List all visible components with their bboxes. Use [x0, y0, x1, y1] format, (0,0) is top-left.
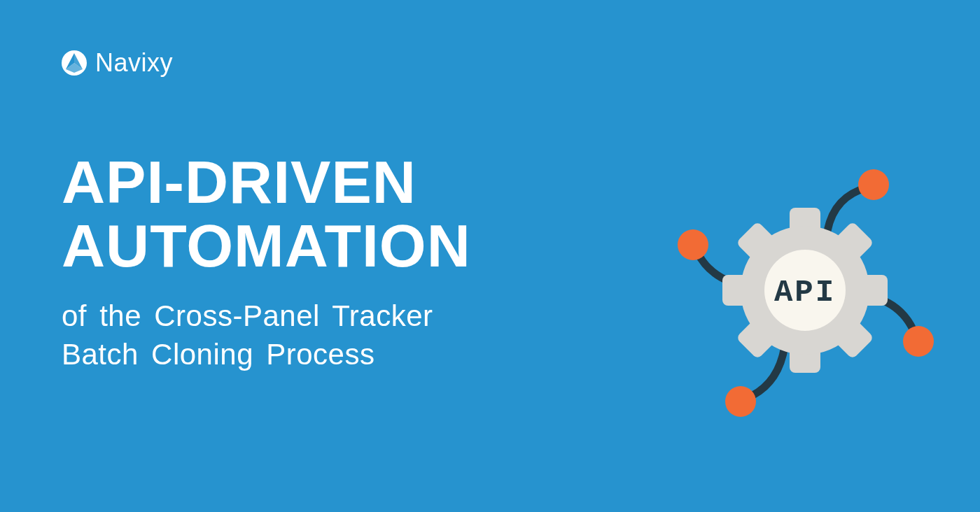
subline-line-2: Batch Cloning Process — [62, 336, 471, 374]
headline-line-1: API-DRIVEN — [62, 150, 471, 214]
headline: API-DRIVEN AUTOMATION — [62, 150, 471, 278]
brand-name: Navixy — [95, 50, 173, 76]
subline: of the Cross-Panel Tracker Batch Cloning… — [62, 297, 471, 374]
svg-point-1 — [858, 169, 889, 200]
svg-point-4 — [725, 386, 756, 417]
subline-line-1: of the Cross-Panel Tracker — [62, 297, 471, 336]
brand-logo: Navixy — [62, 50, 173, 76]
svg-point-3 — [903, 326, 934, 357]
gear-center-label: API — [774, 275, 836, 310]
api-gear-graphic: API — [672, 154, 938, 420]
headline-line-2: AUTOMATION — [62, 214, 471, 278]
brand-logo-icon — [62, 50, 87, 76]
svg-point-2 — [678, 229, 708, 260]
hero-content: API-DRIVEN AUTOMATION of the Cross-Panel… — [62, 150, 471, 374]
